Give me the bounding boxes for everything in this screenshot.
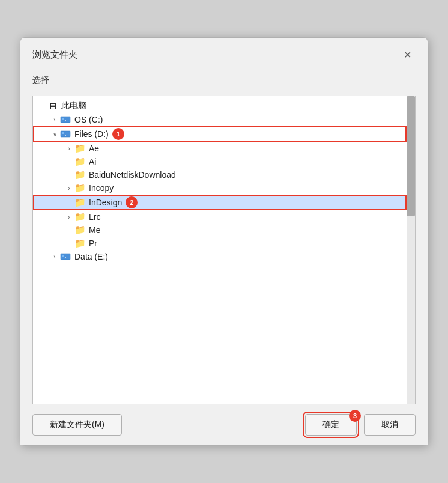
tree-item-baidu[interactable]: 📁 BaiduNetdiskDownload (33, 168, 407, 181)
tree-item-incopy[interactable]: › 📁 Incopy (33, 181, 407, 195)
cancel-button[interactable]: 取消 (364, 414, 416, 436)
confirm-button[interactable]: 确定 3 (305, 414, 357, 436)
tree-item-label: Pr (89, 238, 97, 248)
svg-rect-5 (65, 135, 66, 136)
tree-item-label: OS (C:) (74, 115, 103, 124)
folder-icon: 📁 (74, 170, 86, 180)
tree-container: 🖥 此电脑 › OS (C:) (32, 96, 416, 404)
drive-icon (59, 252, 71, 261)
tree-item-ae[interactable]: › 📁 Ae (33, 142, 407, 155)
folder-icon: 📁 (74, 212, 86, 222)
dialog-footer: 新建文件夹(M) 确定 3 取消 (20, 407, 428, 445)
tree-item-label: Files (D:) (74, 129, 109, 139)
new-folder-button[interactable]: 新建文件夹(M) (32, 414, 122, 436)
svg-rect-1 (62, 118, 64, 120)
tree-item-label: Data (E:) (74, 252, 108, 261)
tree-item-label: Me (89, 225, 100, 235)
svg-rect-0 (61, 117, 70, 123)
footer-left: 新建文件夹(M) (32, 414, 305, 436)
folder-icon: 📁 (74, 157, 86, 166)
badge-2: 2 (126, 196, 138, 208)
folder-icon: 📁 (74, 144, 86, 153)
tree-item-indesign[interactable]: 📁 InDesign 2 (33, 195, 407, 210)
tree-item-label: 此电脑 (61, 100, 86, 111)
tree-item-label: BaiduNetdiskDownload (89, 170, 176, 180)
tree-item-label: Ai (89, 157, 96, 166)
svg-rect-3 (61, 131, 70, 137)
tree-item-pr[interactable]: 📁 Pr (33, 237, 407, 250)
folder-icon: 📁 (74, 225, 86, 235)
svg-rect-2 (65, 120, 66, 121)
scrollbar-track[interactable] (407, 96, 415, 404)
chevron-right-icon: › (64, 144, 74, 153)
tree-item-me[interactable]: 📁 Me (33, 223, 407, 237)
title-bar: 浏览文件夹 ✕ (20, 38, 428, 69)
tree-item-data-e[interactable]: › Data (E:) (33, 250, 407, 263)
tree-item-label: Lrc (89, 212, 100, 222)
tree-item-label: Incopy (89, 183, 114, 193)
badge-3: 3 (349, 410, 361, 422)
drive-icon (59, 129, 71, 139)
tree-item-label: InDesign (89, 198, 122, 207)
tree-item-this-pc[interactable]: 🖥 此电脑 (33, 99, 407, 113)
folder-icon: 📁 (74, 198, 86, 207)
svg-rect-4 (62, 132, 64, 134)
svg-rect-7 (62, 255, 64, 257)
svg-rect-8 (65, 257, 66, 258)
computer-icon: 🖥 (46, 101, 58, 111)
tree-item-ai[interactable]: 📁 Ai (33, 155, 407, 168)
footer-right: 确定 3 取消 (305, 414, 416, 436)
chevron-right-icon: › (50, 115, 59, 124)
chevron-right-icon: › (50, 252, 59, 261)
folder-icon: 📁 (74, 183, 86, 193)
chevron-right-icon: › (64, 212, 74, 222)
tree-item-os-c[interactable]: › OS (C:) (33, 113, 407, 126)
badge-1: 1 (112, 128, 124, 140)
drive-icon (59, 115, 71, 124)
dialog-title: 浏览文件夹 (32, 49, 77, 61)
confirm-label: 确定 (322, 419, 339, 429)
close-button[interactable]: ✕ (399, 46, 416, 63)
tree-item-files-d[interactable]: ∨ Files (D:) 1 (33, 126, 407, 142)
tree-inner: 🖥 此电脑 › OS (C:) (33, 96, 415, 404)
select-label: 选择 (32, 75, 416, 86)
chevron-down-icon: ∨ (50, 129, 59, 139)
scrollbar-thumb[interactable] (407, 96, 415, 216)
chevron-right-icon: › (64, 183, 74, 193)
svg-rect-6 (61, 254, 70, 260)
browse-folder-dialog: 浏览文件夹 ✕ 选择 🖥 此电脑 › (20, 37, 428, 446)
tree-item-lrc[interactable]: › 📁 Lrc (33, 210, 407, 223)
dialog-body: 选择 🖥 此电脑 › (20, 69, 428, 404)
folder-icon: 📁 (74, 238, 86, 248)
tree-item-label: Ae (89, 144, 99, 153)
